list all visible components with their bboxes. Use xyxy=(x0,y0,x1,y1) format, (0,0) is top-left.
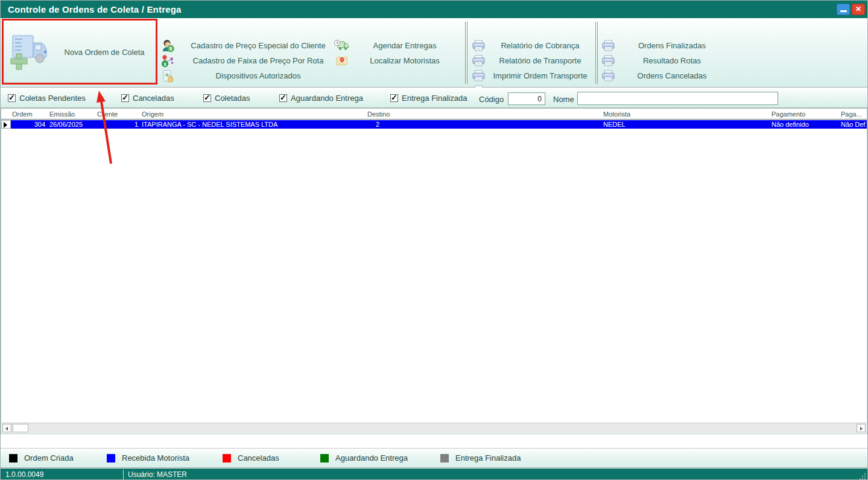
horizontal-scrollbar[interactable] xyxy=(2,423,866,433)
checkbox-label: Coletas Pendentes xyxy=(19,94,86,103)
printer-icon xyxy=(470,40,486,51)
column-header-pagamento[interactable]: Pagamento xyxy=(770,110,840,119)
filter-bar: Coletas Pendentes Canceladas Coletadas A… xyxy=(1,88,867,108)
printer-icon xyxy=(470,55,486,66)
checkbox-box[interactable] xyxy=(121,94,129,102)
row-indicator-cell xyxy=(1,120,11,129)
menu-item-resultado-rotas[interactable]: Resultado Rotas xyxy=(600,53,728,68)
app-version: 1.0.00.0049 xyxy=(5,470,43,479)
status-bar: 1.0.00.0049 Usuário: MASTER xyxy=(1,468,867,480)
app-window: Controle de Ordens de Coleta / Entrega xyxy=(0,0,868,480)
checkbox-box[interactable] xyxy=(279,94,287,102)
legend-label: Entrega Finalizada xyxy=(455,453,521,462)
window-title: Controle de Ordens de Coleta / Entrega xyxy=(1,4,182,14)
column-header-emissao[interactable]: Emissão xyxy=(48,110,96,119)
statusbar-divider xyxy=(123,470,124,479)
legend-swatch xyxy=(107,454,115,462)
checkbox-box[interactable] xyxy=(390,94,398,102)
scrollbar-thumb[interactable] xyxy=(13,424,28,432)
printer-icon xyxy=(600,40,616,51)
new-order-label: Nova Ordem de Coleta xyxy=(57,48,157,57)
reports-menu-group-2: Ordens Finalizadas Resultado Rotas Orden… xyxy=(600,38,728,83)
window-controls xyxy=(837,4,865,15)
logged-user: Usuário: MASTER xyxy=(128,470,187,479)
printer-icon xyxy=(600,70,616,82)
toolbar: Nova Ordem de Coleta $ Cadastro de Preço… xyxy=(1,18,867,88)
menu-item-faixa-preco-rota[interactable]: $ Cadastro de Faixa de Preço Por Rota xyxy=(160,53,341,68)
menu-item-label: Resultado Rotas xyxy=(616,56,728,65)
title-bar: Controle de Ordens de Coleta / Entrega xyxy=(1,1,867,18)
menu-item-label: Relatório de Transporte xyxy=(486,56,594,65)
toolbar-separator xyxy=(595,22,598,84)
legend-swatch xyxy=(223,454,231,462)
map-pin-icon xyxy=(334,55,349,67)
new-order-button[interactable]: Nova Ordem de Coleta xyxy=(2,19,157,85)
cell-paga: Não Def xyxy=(840,120,867,129)
cell-origem: ITAPIRANGA - SC - NEDEL SISTEMAS LTDA xyxy=(141,120,366,129)
scroll-right-button[interactable] xyxy=(857,424,866,432)
nome-input[interactable] xyxy=(577,92,778,105)
menu-item-label: Ordens Finalizadas xyxy=(616,41,728,50)
menu-item-label: Cadastro de Faixa de Preço Por Rota xyxy=(176,56,341,65)
checkbox-canceladas[interactable]: Canceladas xyxy=(121,94,174,103)
checkbox-label: Canceladas xyxy=(133,94,174,103)
legend-label: Canceladas xyxy=(238,453,279,462)
scroll-left-button[interactable] xyxy=(2,424,11,432)
legend-item-canceladas: Canceladas xyxy=(223,453,279,462)
column-header-origem[interactable]: Origem xyxy=(141,110,366,119)
grid-header-row: Ordem Emissão Cliente Origem Destino Mot… xyxy=(1,110,867,120)
close-button[interactable] xyxy=(852,4,865,15)
legend-label: Aguardando Entrega xyxy=(335,453,408,462)
menu-item-ordens-canceladas[interactable]: Ordens Canceladas xyxy=(600,68,728,83)
column-header-ordem[interactable]: Ordem xyxy=(11,110,48,119)
checkbox-box[interactable] xyxy=(203,94,211,102)
menu-item-ordens-finalizadas[interactable]: Ordens Finalizadas xyxy=(600,38,728,53)
grid-header-gutter xyxy=(1,110,11,119)
menu-item-relatorio-transporte[interactable]: Relatório de Transporte xyxy=(470,53,594,68)
menu-item-label: Cadastro de Preço Especial do Cliente xyxy=(176,41,341,50)
menu-item-dispositivos[interactable]: Dispositivos Autorizados xyxy=(160,68,341,83)
cell-cliente: 1 xyxy=(96,120,141,129)
menu-item-label: Dispositivos Autorizados xyxy=(176,71,341,80)
column-header-destino[interactable]: Destino xyxy=(366,110,601,119)
menu-item-localizar-motoristas[interactable]: Localizar Motoristas xyxy=(334,53,460,68)
legend-item-aguardando-entrega: Aguardando Entrega xyxy=(320,453,408,462)
cadastro-menu-group: $ Cadastro de Preço Especial do Cliente … xyxy=(160,38,341,83)
menu-item-label: Agendar Entregas xyxy=(349,41,460,50)
status-legend-bar: Ordem Criada Recebida Motorista Cancelad… xyxy=(1,448,867,468)
cell-destino: 2 xyxy=(366,120,601,129)
checkbox-box[interactable] xyxy=(8,94,16,102)
column-header-cliente[interactable]: Cliente xyxy=(96,110,141,119)
route-price-icon: $ xyxy=(160,54,176,68)
checkbox-aguardando-entrega[interactable]: Aguardando Entrega xyxy=(279,94,363,103)
legend-swatch xyxy=(440,454,449,462)
truck-clock-icon xyxy=(334,39,349,53)
cell-motorista: NEDEL xyxy=(601,120,770,129)
truck-plus-icon xyxy=(2,33,57,71)
checkbox-entrega-finalizada[interactable]: Entrega Finalizada xyxy=(390,94,467,103)
checkbox-coletadas[interactable]: Coletadas xyxy=(203,94,250,103)
column-header-motorista[interactable]: Motorista xyxy=(601,110,770,119)
resize-grip-icon[interactable] xyxy=(860,473,866,479)
column-header-paga[interactable]: Paga... xyxy=(840,110,867,119)
codigo-input[interactable] xyxy=(508,92,545,105)
legend-label: Recebida Motorista xyxy=(122,453,189,462)
client-price-icon: $ xyxy=(160,39,176,53)
checkbox-label: Entrega Finalizada xyxy=(402,94,467,103)
checkbox-label: Aguardando Entrega xyxy=(291,94,363,103)
checkbox-label: Coletadas xyxy=(215,94,250,103)
legend-item-recebida-motorista: Recebida Motorista xyxy=(107,453,189,462)
printer-icon xyxy=(470,70,486,82)
menu-item-label: Imprimir Ordem Transporte xyxy=(486,71,594,80)
menu-item-preco-especial[interactable]: $ Cadastro de Preço Especial do Cliente xyxy=(160,38,341,53)
printer-icon xyxy=(600,55,616,66)
menu-item-agendar-entregas[interactable]: Agendar Entregas xyxy=(334,38,460,53)
table-row-selected[interactable]: 304 26/06/2025 1 ITAPIRANGA - SC - NEDEL… xyxy=(1,120,867,129)
menu-item-label: Ordens Canceladas xyxy=(616,71,728,80)
menu-item-relatorio-cobranca[interactable]: Relatório de Cobrança xyxy=(470,38,594,53)
checkbox-coletas-pendentes[interactable]: Coletas Pendentes xyxy=(8,94,86,103)
minimize-button[interactable] xyxy=(837,4,850,15)
menu-item-imprimir-ordem[interactable]: Imprimir Ordem Transporte xyxy=(470,68,594,83)
toolbar-separator xyxy=(465,22,467,84)
legend-item-entrega-finalizada: Entrega Finalizada xyxy=(440,453,521,462)
